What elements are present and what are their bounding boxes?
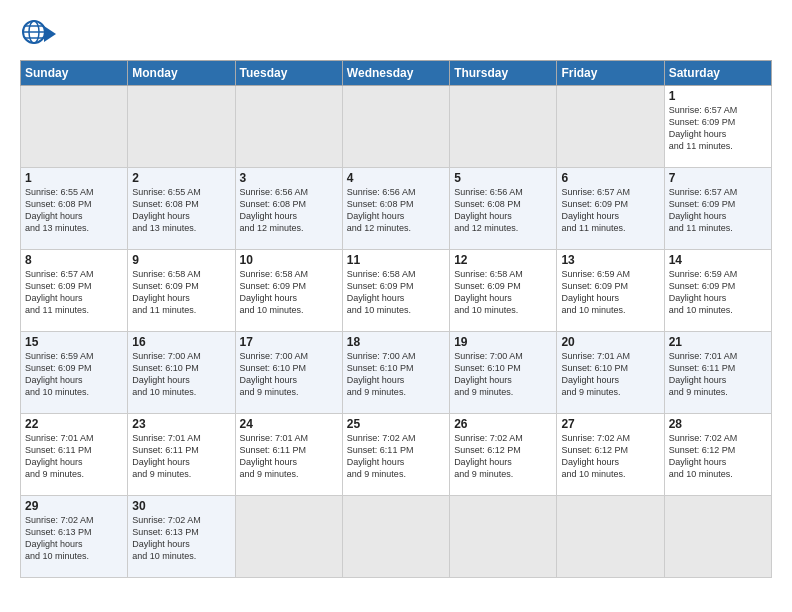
- svg-marker-6: [44, 26, 56, 42]
- week-row-1: 1 Sunrise: 6:57 AMSunset: 6:09 PMDayligh…: [21, 86, 772, 168]
- day-info: Sunrise: 7:01 AMSunset: 6:10 PMDaylight …: [561, 350, 659, 399]
- day-cell: 30 Sunrise: 7:02 AMSunset: 6:13 PMDaylig…: [128, 496, 235, 578]
- day-number: 25: [347, 417, 445, 431]
- day-cell: 19 Sunrise: 7:00 AMSunset: 6:10 PMDaylig…: [450, 332, 557, 414]
- day-number: 10: [240, 253, 338, 267]
- day-info: Sunrise: 7:00 AMSunset: 6:10 PMDaylight …: [132, 350, 230, 399]
- logo-icon: [20, 16, 56, 52]
- day-cell: 18 Sunrise: 7:00 AMSunset: 6:10 PMDaylig…: [342, 332, 449, 414]
- day-cell: 16 Sunrise: 7:00 AMSunset: 6:10 PMDaylig…: [128, 332, 235, 414]
- day-info: Sunrise: 6:55 AMSunset: 6:08 PMDaylight …: [25, 186, 123, 235]
- day-number: 18: [347, 335, 445, 349]
- day-cell: [235, 496, 342, 578]
- day-number: 7: [669, 171, 767, 185]
- day-info: Sunrise: 6:56 AMSunset: 6:08 PMDaylight …: [454, 186, 552, 235]
- day-number: 4: [347, 171, 445, 185]
- day-number: 17: [240, 335, 338, 349]
- day-cell: 3 Sunrise: 6:56 AMSunset: 6:08 PMDayligh…: [235, 168, 342, 250]
- day-cell: [235, 86, 342, 168]
- day-cell: [128, 86, 235, 168]
- day-cell: 8 Sunrise: 6:57 AMSunset: 6:09 PMDayligh…: [21, 250, 128, 332]
- day-number: 11: [347, 253, 445, 267]
- day-info: Sunrise: 7:00 AMSunset: 6:10 PMDaylight …: [454, 350, 552, 399]
- day-cell: [557, 86, 664, 168]
- day-cell: 23 Sunrise: 7:01 AMSunset: 6:11 PMDaylig…: [128, 414, 235, 496]
- day-cell: 15 Sunrise: 6:59 AMSunset: 6:09 PMDaylig…: [21, 332, 128, 414]
- day-cell: [342, 496, 449, 578]
- day-number: 6: [561, 171, 659, 185]
- day-cell: 4 Sunrise: 6:56 AMSunset: 6:08 PMDayligh…: [342, 168, 449, 250]
- day-cell: 27 Sunrise: 7:02 AMSunset: 6:12 PMDaylig…: [557, 414, 664, 496]
- day-info: Sunrise: 6:57 AMSunset: 6:09 PMDaylight …: [25, 268, 123, 317]
- day-cell: 13 Sunrise: 6:59 AMSunset: 6:09 PMDaylig…: [557, 250, 664, 332]
- day-cell: 6 Sunrise: 6:57 AMSunset: 6:09 PMDayligh…: [557, 168, 664, 250]
- day-info: Sunrise: 7:02 AMSunset: 6:13 PMDaylight …: [25, 514, 123, 563]
- day-cell: [342, 86, 449, 168]
- day-cell: 17 Sunrise: 7:00 AMSunset: 6:10 PMDaylig…: [235, 332, 342, 414]
- day-cell: [557, 496, 664, 578]
- day-info: Sunrise: 7:02 AMSunset: 6:11 PMDaylight …: [347, 432, 445, 481]
- day-number: 15: [25, 335, 123, 349]
- day-number: 16: [132, 335, 230, 349]
- day-info: Sunrise: 7:00 AMSunset: 6:10 PMDaylight …: [240, 350, 338, 399]
- day-number: 30: [132, 499, 230, 513]
- day-number: 27: [561, 417, 659, 431]
- day-number: 14: [669, 253, 767, 267]
- day-info: Sunrise: 6:56 AMSunset: 6:08 PMDaylight …: [347, 186, 445, 235]
- day-info: Sunrise: 6:55 AMSunset: 6:08 PMDaylight …: [132, 186, 230, 235]
- day-info: Sunrise: 7:02 AMSunset: 6:13 PMDaylight …: [132, 514, 230, 563]
- day-info: Sunrise: 7:02 AMSunset: 6:12 PMDaylight …: [669, 432, 767, 481]
- day-number: 24: [240, 417, 338, 431]
- day-number: 2: [132, 171, 230, 185]
- week-row-5: 22 Sunrise: 7:01 AMSunset: 6:11 PMDaylig…: [21, 414, 772, 496]
- day-number: 28: [669, 417, 767, 431]
- week-row-4: 15 Sunrise: 6:59 AMSunset: 6:09 PMDaylig…: [21, 332, 772, 414]
- day-cell: 1 Sunrise: 6:57 AMSunset: 6:09 PMDayligh…: [664, 86, 771, 168]
- day-cell: 12 Sunrise: 6:58 AMSunset: 6:09 PMDaylig…: [450, 250, 557, 332]
- day-number: 20: [561, 335, 659, 349]
- day-number: 29: [25, 499, 123, 513]
- day-number: 13: [561, 253, 659, 267]
- col-header-thursday: Thursday: [450, 61, 557, 86]
- calendar-table: SundayMondayTuesdayWednesdayThursdayFrid…: [20, 60, 772, 578]
- day-cell: [450, 496, 557, 578]
- col-header-sunday: Sunday: [21, 61, 128, 86]
- day-info: Sunrise: 7:01 AMSunset: 6:11 PMDaylight …: [25, 432, 123, 481]
- col-header-wednesday: Wednesday: [342, 61, 449, 86]
- day-cell: 2 Sunrise: 6:55 AMSunset: 6:08 PMDayligh…: [128, 168, 235, 250]
- day-cell: 7 Sunrise: 6:57 AMSunset: 6:09 PMDayligh…: [664, 168, 771, 250]
- day-info: Sunrise: 6:58 AMSunset: 6:09 PMDaylight …: [240, 268, 338, 317]
- day-cell: 11 Sunrise: 6:58 AMSunset: 6:09 PMDaylig…: [342, 250, 449, 332]
- day-info: Sunrise: 6:59 AMSunset: 6:09 PMDaylight …: [669, 268, 767, 317]
- day-info: Sunrise: 6:58 AMSunset: 6:09 PMDaylight …: [132, 268, 230, 317]
- day-info: Sunrise: 7:01 AMSunset: 6:11 PMDaylight …: [240, 432, 338, 481]
- day-number: 22: [25, 417, 123, 431]
- week-row-2: 1 Sunrise: 6:55 AMSunset: 6:08 PMDayligh…: [21, 168, 772, 250]
- day-info: Sunrise: 7:01 AMSunset: 6:11 PMDaylight …: [132, 432, 230, 481]
- day-cell: 5 Sunrise: 6:56 AMSunset: 6:08 PMDayligh…: [450, 168, 557, 250]
- day-cell: 22 Sunrise: 7:01 AMSunset: 6:11 PMDaylig…: [21, 414, 128, 496]
- day-info: Sunrise: 6:59 AMSunset: 6:09 PMDaylight …: [25, 350, 123, 399]
- day-info: Sunrise: 7:02 AMSunset: 6:12 PMDaylight …: [454, 432, 552, 481]
- day-info: Sunrise: 6:57 AMSunset: 6:09 PMDaylight …: [669, 186, 767, 235]
- header: [20, 16, 772, 52]
- col-header-monday: Monday: [128, 61, 235, 86]
- day-cell: 1 Sunrise: 6:55 AMSunset: 6:08 PMDayligh…: [21, 168, 128, 250]
- day-info: Sunrise: 6:58 AMSunset: 6:09 PMDaylight …: [454, 268, 552, 317]
- day-cell: 14 Sunrise: 6:59 AMSunset: 6:09 PMDaylig…: [664, 250, 771, 332]
- day-info: Sunrise: 6:58 AMSunset: 6:09 PMDaylight …: [347, 268, 445, 317]
- day-cell: 29 Sunrise: 7:02 AMSunset: 6:13 PMDaylig…: [21, 496, 128, 578]
- day-info: Sunrise: 6:57 AMSunset: 6:09 PMDaylight …: [669, 104, 767, 153]
- day-number: 19: [454, 335, 552, 349]
- day-cell: 25 Sunrise: 7:02 AMSunset: 6:11 PMDaylig…: [342, 414, 449, 496]
- day-number: 3: [240, 171, 338, 185]
- day-info: Sunrise: 7:02 AMSunset: 6:12 PMDaylight …: [561, 432, 659, 481]
- day-number: 26: [454, 417, 552, 431]
- day-cell: 20 Sunrise: 7:01 AMSunset: 6:10 PMDaylig…: [557, 332, 664, 414]
- day-number: 5: [454, 171, 552, 185]
- page: SundayMondayTuesdayWednesdayThursdayFrid…: [0, 0, 792, 612]
- day-number: 1: [669, 89, 767, 103]
- day-cell: 10 Sunrise: 6:58 AMSunset: 6:09 PMDaylig…: [235, 250, 342, 332]
- week-row-3: 8 Sunrise: 6:57 AMSunset: 6:09 PMDayligh…: [21, 250, 772, 332]
- day-number: 1: [25, 171, 123, 185]
